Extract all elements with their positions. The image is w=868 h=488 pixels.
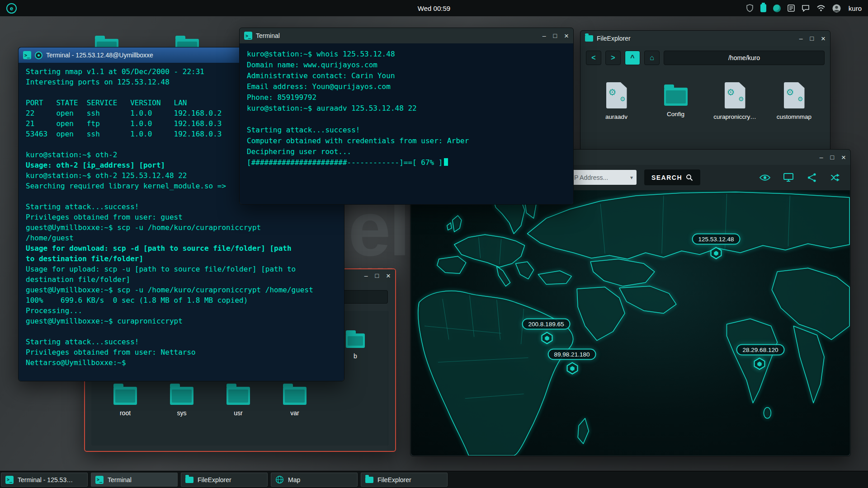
file-item[interactable]: sys	[157, 381, 207, 417]
terminal-line: destination file/folder]	[26, 274, 337, 285]
terminal-icon: >_	[5, 476, 14, 484]
terminal-line: Phone: 859199792	[247, 92, 566, 103]
taskbar-item-label: Map	[288, 476, 300, 483]
folder-icon	[170, 387, 193, 405]
chat-icon[interactable]	[802, 5, 810, 12]
taskbar-item-label: Terminal	[108, 476, 132, 483]
user-avatar-icon[interactable]	[832, 4, 841, 13]
world-map[interactable]: 125.53.12.48200.8.189.6589.98.21.18028.2…	[411, 190, 850, 455]
shield-icon[interactable]	[746, 4, 754, 12]
taskbar-item-label: FileExplorer	[198, 476, 231, 483]
folder-icon	[664, 88, 688, 106]
terminal-icon: >_	[95, 476, 104, 484]
file-explorer-window: FileExplorer – □ × < > ^ ⌂ /home/kuro ⚙⚙…	[580, 30, 830, 151]
close-button[interactable]: ×	[841, 154, 846, 161]
minimize-button[interactable]: –	[820, 154, 823, 160]
remote-screen-button[interactable]	[780, 169, 797, 185]
file-item[interactable]: var	[270, 381, 320, 417]
minimize-button[interactable]: –	[542, 33, 546, 39]
monitor-icon	[783, 173, 794, 182]
search-button-label: SEARCH	[651, 174, 682, 181]
terminal-line: Domain name: www.qurijayos.com	[247, 60, 566, 70]
wifi-icon[interactable]	[816, 5, 826, 12]
minimize-button[interactable]: –	[799, 35, 803, 42]
folder-icon	[226, 387, 250, 405]
map-node-icon[interactable]	[754, 357, 766, 372]
file-item[interactable]: b	[343, 330, 368, 360]
nav-home-button[interactable]: ⌂	[644, 51, 660, 65]
file-name: curaproniccry…	[713, 113, 756, 120]
map-ip-pin[interactable]: 28.29.68.120	[736, 344, 785, 356]
path-field[interactable]: /home/kuro	[664, 51, 825, 65]
titlebar: >_ Terminal – □ ×	[240, 28, 573, 43]
nav-up-button[interactable]: ^	[625, 51, 640, 65]
map-ip-pin[interactable]: 200.8.189.65	[522, 319, 571, 330]
file-item[interactable]: ⚙⚙curaproniccry…	[709, 82, 761, 120]
network-globe-icon[interactable]	[773, 5, 781, 12]
close-button[interactable]: ×	[564, 32, 569, 40]
top-bar: e Wed 00:59 kuro	[0, 0, 868, 16]
maximize-button[interactable]: □	[830, 154, 834, 160]
maximize-button[interactable]: □	[553, 33, 557, 39]
terminal-output[interactable]: kuro@station:~$ whois 125.53.12.48Domain…	[240, 43, 573, 204]
search-button[interactable]: SEARCH	[644, 169, 700, 185]
clock: Wed 00:59	[418, 5, 450, 12]
window-title: FileExplorer	[597, 35, 631, 42]
folder-icon	[283, 387, 307, 405]
map-ip-pin[interactable]: 125.53.12.48	[692, 234, 741, 245]
file-item[interactable]: ⚙⚙auraadv	[590, 82, 642, 120]
file-item[interactable]: ⚙⚙customnmap	[768, 82, 820, 120]
map-node-icon[interactable]	[710, 247, 722, 262]
map-node-icon[interactable]	[566, 362, 579, 377]
taskbar: >_Terminal - 125.53…>_TerminalFileExplor…	[0, 471, 868, 488]
terminal-line: Email address: Youn@qurijayos.com	[247, 81, 566, 92]
file-explorer-icon	[185, 477, 193, 483]
terminal-line: Computer obtained with credentials from …	[247, 136, 566, 146]
taskbar-item[interactable]: FileExplorer	[181, 473, 268, 487]
map-ip-pin[interactable]: 89.98.21.180	[548, 349, 596, 360]
shuffle-button[interactable]	[827, 169, 844, 185]
terminal-line: /home/guest	[26, 233, 337, 243]
eye-button[interactable]	[756, 169, 774, 185]
titlebar: FileExplorer – □ ×	[580, 31, 830, 46]
taskbar-item[interactable]: Map	[271, 473, 358, 487]
maximize-button[interactable]: □	[375, 272, 379, 279]
close-button[interactable]: ×	[386, 272, 391, 280]
ip-address-input[interactable]: IP Address... ▾	[568, 170, 637, 185]
eye-icon	[759, 173, 771, 182]
binary-file-icon: ⚙⚙	[606, 82, 627, 108]
chevron-down-icon: ▾	[630, 174, 633, 181]
file-name: sys	[177, 409, 187, 417]
binary-file-icon: ⚙⚙	[784, 82, 805, 108]
terminal-line: Starting attack...success!	[247, 125, 566, 136]
taskbar-item[interactable]: FileExplorer	[361, 473, 448, 487]
globe-icon	[275, 475, 284, 484]
news-list-icon[interactable]	[788, 5, 795, 12]
taskbar-item[interactable]: >_Terminal - 125.53…	[1, 473, 88, 487]
minimize-button[interactable]: –	[364, 272, 368, 279]
terminal-line: guest@Uymillboxxe:~$ scp -u /home/kuro/c…	[26, 285, 337, 295]
file-name: usr	[234, 409, 242, 417]
username-label: kuro	[849, 5, 862, 12]
close-button[interactable]: ×	[821, 35, 826, 42]
maximize-button[interactable]: □	[810, 35, 814, 42]
nav-forward-button[interactable]: >	[605, 51, 621, 65]
file-item[interactable]: Config	[650, 82, 702, 120]
nav-back-button[interactable]: <	[586, 51, 601, 65]
terminal-line: guest@Uymillboxxe:~$ curaproniccrypt	[26, 316, 337, 326]
map-node-icon[interactable]	[541, 332, 553, 347]
file-grid: ⚙⚙auraadvConfig⚙⚙curaproniccry…⚙⚙customn…	[580, 70, 830, 120]
file-name: var	[290, 409, 299, 417]
terminal-line: kuro@station:~$ whois 125.53.12.48	[247, 49, 566, 60]
file-item[interactable]: usr	[213, 381, 263, 417]
terminal-line: guest@Uymillboxxe:~$ scp -u /home/kuro/c…	[26, 222, 337, 233]
file-name: auraadv	[605, 113, 627, 120]
gear-icon: ⚙	[797, 96, 803, 102]
system-menu-logo[interactable]: e	[6, 3, 17, 14]
battery-icon[interactable]	[760, 4, 766, 12]
gear-icon: ⚙	[786, 88, 794, 97]
share-button[interactable]	[803, 169, 821, 185]
taskbar-item[interactable]: >_Terminal	[91, 473, 178, 487]
file-item[interactable]: root	[100, 381, 150, 417]
ip-address-placeholder: IP Address...	[572, 174, 630, 181]
